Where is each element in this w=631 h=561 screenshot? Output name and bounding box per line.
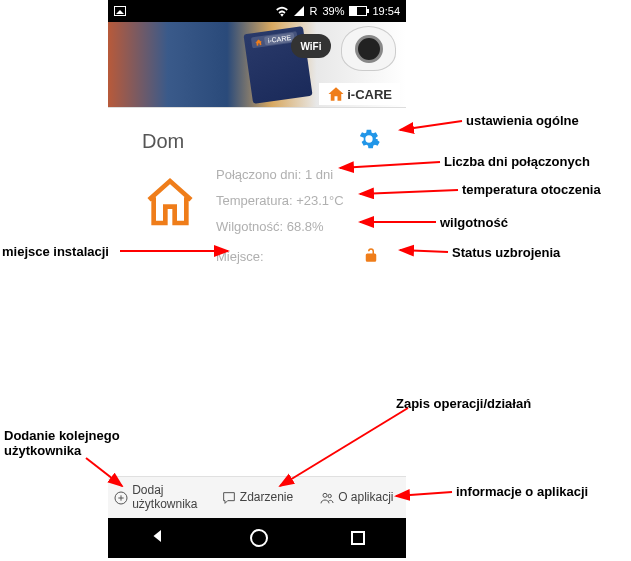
battery-pct: 39%: [322, 5, 344, 17]
battery-icon: [349, 6, 367, 16]
app-banner: i-CARE WiFi i-CARE: [108, 22, 406, 108]
back-button[interactable]: [149, 527, 167, 549]
recents-button[interactable]: [351, 531, 365, 545]
wifi-icon: [275, 5, 289, 17]
house-icon: [142, 168, 198, 266]
plus-circle-icon: [113, 490, 129, 506]
gear-icon[interactable]: [358, 128, 380, 154]
home-title: Dom: [142, 130, 184, 153]
banner-card-brand: i-CARE: [264, 33, 294, 46]
screenshot-icon: [114, 6, 126, 16]
svg-line-4: [400, 121, 462, 130]
home-card: Dom Połączono dni: 1 dni Temperatura: +2…: [128, 116, 394, 282]
days-connected: Połączono dni: 1 dni: [216, 168, 380, 181]
anno-temperature: temperatura otoczenia: [462, 182, 601, 197]
anno-ops-log: Zapis operacji/działań: [396, 396, 531, 411]
camera-image: [341, 26, 396, 71]
humidity: Wilgotność: 68.8%: [216, 220, 380, 233]
clock: 19:54: [372, 5, 400, 17]
svg-point-2: [328, 494, 331, 497]
android-navbar: [108, 518, 406, 558]
anno-humidity: wilgotność: [440, 215, 508, 230]
svg-point-1: [323, 493, 327, 497]
svg-line-10: [280, 408, 408, 486]
anno-days: Liczba dni połączonych: [444, 154, 590, 169]
temperature: Temperatura: +23.1°C: [216, 194, 380, 207]
add-user-button[interactable]: Dodaj użytkownika: [108, 477, 207, 518]
anno-about: informacje o aplikacji: [456, 484, 588, 499]
brand-tag: i-CARE: [319, 83, 400, 105]
about-button[interactable]: O aplikacji: [307, 477, 406, 518]
bottom-bar: Dodaj użytkownika Zdarzenie O aplikacji: [108, 476, 406, 518]
wifi-badge: WiFi: [291, 34, 331, 58]
home-button[interactable]: [250, 529, 268, 547]
phone-frame: R 39% 19:54 i-CARE WiFi i-CARE Dom: [108, 0, 406, 282]
events-button[interactable]: Zdarzenie: [207, 477, 306, 518]
place-label: Miejsce:: [216, 250, 264, 263]
anno-add-user: Dodanie kolejnego użytkownika: [4, 428, 134, 458]
status-bar: R 39% 19:54: [108, 0, 406, 22]
anno-install-place: miejsce instalacji: [2, 244, 109, 259]
users-icon: [319, 490, 335, 506]
svg-line-9: [400, 250, 448, 252]
anno-arm-status: Status uzbrojenia: [452, 245, 560, 260]
anno-settings: ustawienia ogólne: [466, 113, 579, 128]
unlock-icon: [362, 246, 380, 266]
chat-icon: [221, 490, 237, 506]
signal-icon: [294, 6, 304, 16]
roaming-indicator: R: [309, 5, 317, 17]
